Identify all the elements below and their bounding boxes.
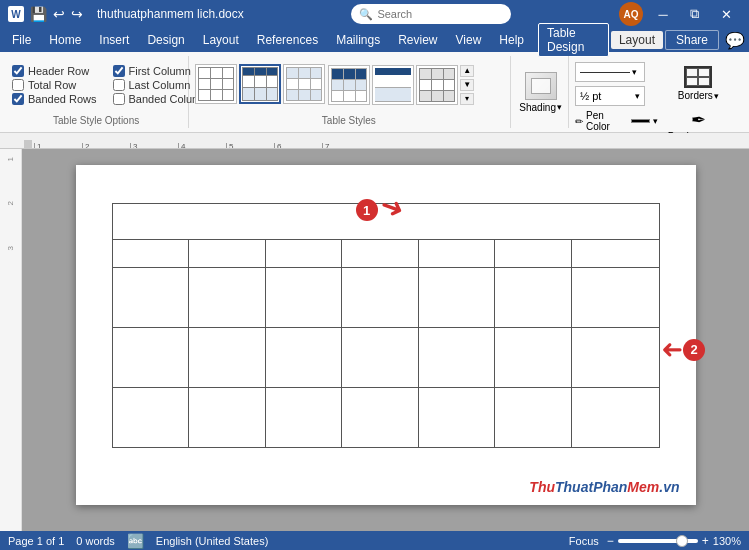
style-5[interactable]: [416, 65, 458, 105]
menu-home[interactable]: Home: [41, 31, 89, 49]
table-style-options-label: Table Style Options: [12, 111, 180, 126]
border-weight-row: ½ pt ▾: [575, 86, 658, 106]
minimize-button[interactable]: ─: [649, 0, 677, 28]
border-line-dropdown-icon: ▾: [632, 67, 637, 77]
styles-more[interactable]: ▾: [460, 93, 474, 105]
borders-dropdown-icon[interactable]: ▾: [714, 91, 719, 101]
zoom-slider[interactable]: [618, 539, 698, 543]
border-line-selector[interactable]: ▾: [575, 62, 645, 82]
table-cell: [495, 268, 572, 328]
table-header-row: [112, 204, 659, 240]
table-cell: [265, 268, 342, 328]
ribbon: Header Row First Column Total Row Last C…: [0, 52, 749, 133]
menu-review[interactable]: Review: [390, 31, 445, 49]
table-cell: [571, 240, 659, 268]
menu-design[interactable]: Design: [139, 31, 192, 49]
focus-label[interactable]: Focus: [569, 535, 599, 547]
table-cell: [495, 328, 572, 388]
share-button[interactable]: Share: [665, 30, 719, 50]
table-cell: [112, 328, 189, 388]
banded-rows-checkbox[interactable]: Banded Rows: [12, 93, 97, 105]
menu-bar: File Home Insert Design Layout Reference…: [0, 28, 749, 52]
ruler-tick-4: 4: [178, 143, 226, 148]
menu-table-layout[interactable]: Layout: [611, 31, 663, 49]
page-number-sidebar-3: 3: [6, 246, 15, 250]
styles-scroll-up[interactable]: ▲: [460, 65, 474, 77]
table-style-options-group: Header Row First Column Total Row Last C…: [8, 56, 189, 128]
style-blue-header[interactable]: [239, 64, 281, 104]
pen-color-row: ✏ Pen Color ▾: [575, 110, 658, 132]
pen-color-button[interactable]: ✏ Pen Color ▾: [575, 110, 658, 132]
table-cell: [495, 240, 572, 268]
zoom-in-button[interactable]: +: [702, 534, 709, 548]
borders-main-button[interactable]: Borders ▾: [674, 62, 723, 105]
ruler-tick-1: 1: [34, 143, 82, 148]
title-bar-right: AQ ─ ⧉ ✕: [619, 0, 741, 28]
page-info: Page 1 of 1: [8, 535, 64, 547]
pen-color-label: Pen Color: [586, 110, 628, 132]
ruler-tick-3: 3: [130, 143, 178, 148]
table-styles-label: Table Styles: [195, 111, 502, 126]
total-row-checkbox[interactable]: Total Row: [12, 79, 97, 91]
border-weight-value: ½ pt: [580, 90, 635, 102]
table-cell: [112, 268, 189, 328]
table-cell: [112, 388, 189, 448]
document-area[interactable]: 1 ➜ ThuThuatPhanMem.vn ➜ 2: [22, 149, 749, 531]
menu-layout[interactable]: Layout: [195, 31, 247, 49]
menu-references[interactable]: References: [249, 31, 326, 49]
table-row-3: [112, 328, 659, 388]
shading-dropdown-icon[interactable]: ▾: [557, 102, 562, 112]
menu-file[interactable]: File: [4, 31, 39, 49]
header-row-checkbox[interactable]: Header Row: [12, 65, 97, 77]
table-cell: [265, 328, 342, 388]
zoom-controls: − + 130%: [607, 534, 741, 548]
border-painter-icon: ✒: [691, 109, 706, 131]
table-cell: [189, 240, 266, 268]
window-controls: ─ ⧉ ✕: [649, 0, 741, 28]
app-body: 1 2 3: [0, 149, 749, 531]
table-cell: [571, 328, 659, 388]
document-table: [112, 203, 660, 448]
table-cell: [189, 328, 266, 388]
table-cell: [342, 328, 419, 388]
style-4[interactable]: [372, 65, 414, 105]
pen-color-dropdown[interactable]: ▾: [653, 116, 658, 126]
zoom-level[interactable]: 130%: [713, 535, 741, 547]
undo-icon[interactable]: ↩: [53, 6, 65, 22]
style-alt-row[interactable]: [283, 64, 325, 104]
title-bar-left: W 💾 ↩ ↪ thuthuatphanmem lich.docx: [8, 6, 244, 22]
ruler-tick-6: 6: [274, 143, 322, 148]
shading-icon: [525, 72, 557, 100]
search-box[interactable]: 🔍: [351, 4, 511, 24]
border-weight-selector[interactable]: ½ pt ▾: [575, 86, 645, 106]
checkboxes-grid: Header Row First Column Total Row Last C…: [12, 65, 213, 105]
search-input[interactable]: [377, 8, 497, 20]
left-sidebar: 1 2 3: [0, 149, 22, 531]
ruler: 1 2 3 4 5 6 7: [0, 133, 749, 149]
menu-view[interactable]: View: [448, 31, 490, 49]
menu-table-design[interactable]: Table Design: [538, 23, 609, 57]
table-cell: [418, 268, 495, 328]
spell-check-icon[interactable]: 🔤: [127, 533, 144, 549]
comments-icon[interactable]: 💬: [725, 31, 745, 50]
save-icon[interactable]: 💾: [30, 6, 47, 22]
table-styles-group: ▲ ▼ ▾ Table Styles: [191, 56, 511, 128]
menu-mailings[interactable]: Mailings: [328, 31, 388, 49]
style-3[interactable]: [328, 65, 370, 105]
restore-button[interactable]: ⧉: [681, 0, 709, 28]
shading-button[interactable]: Shading ▾: [519, 72, 562, 113]
avatar[interactable]: AQ: [619, 2, 643, 26]
close-button[interactable]: ✕: [713, 0, 741, 28]
redo-icon[interactable]: ↪: [71, 6, 83, 22]
pen-icon: ✏: [575, 116, 583, 127]
zoom-out-button[interactable]: −: [607, 534, 614, 548]
ruler-ticks: 1 2 3 4 5 6 7: [34, 143, 370, 148]
table-cell: [265, 388, 342, 448]
menu-insert[interactable]: Insert: [91, 31, 137, 49]
table-cell: [571, 268, 659, 328]
table-cell: [418, 328, 495, 388]
menu-help[interactable]: Help: [491, 31, 532, 49]
styles-scroll-down[interactable]: ▼: [460, 79, 474, 91]
style-plain[interactable]: [195, 64, 237, 104]
borders-group: ▾ ½ pt ▾ ✏ Pen Color: [571, 56, 741, 128]
